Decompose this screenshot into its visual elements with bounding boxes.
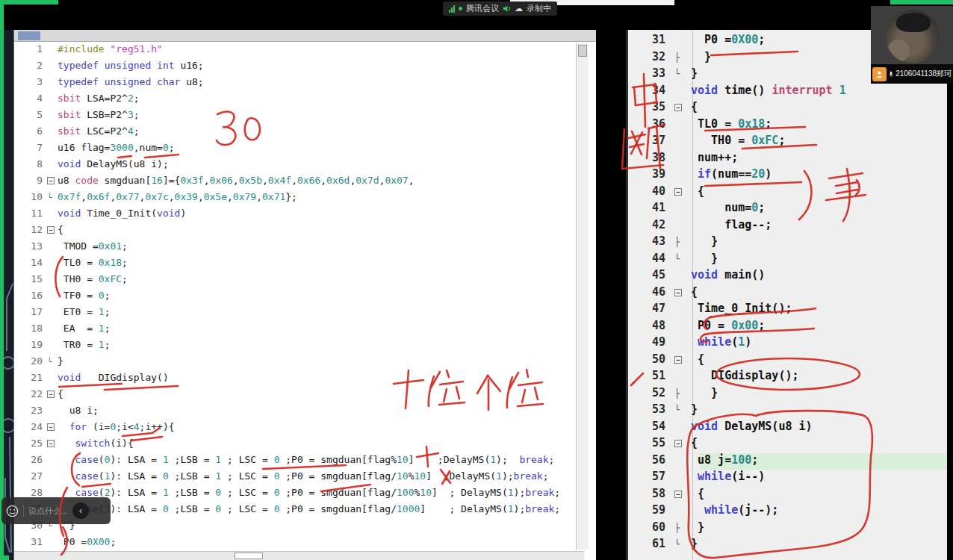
code-text: TF0 = 0;: [58, 290, 110, 301]
line-number: 58: [628, 487, 674, 500]
line-number: 45: [628, 268, 674, 281]
fold-marker[interactable]: −: [674, 287, 691, 298]
code-line: 5sbit LSB=P2^3;: [14, 109, 574, 125]
code-line: 9−u8 code smgduan[16]={0x3f,0x06,0x5b,0x…: [14, 175, 574, 191]
line-number: 24: [14, 421, 47, 432]
line-number: 34: [628, 84, 674, 97]
line-number: 13: [14, 240, 47, 252]
line-number: 55: [628, 436, 674, 449]
connection-dot-icon: [459, 7, 462, 10]
fold-marker[interactable]: −: [674, 438, 691, 449]
code-text: }: [691, 402, 698, 416]
code-editor-left-pane[interactable]: 1#include "reg51.h"2typedef unsigned int…: [13, 30, 596, 560]
code-line: 43├ }: [628, 234, 947, 252]
code-text: }: [58, 355, 63, 367]
line-number: 61: [628, 537, 674, 550]
code-line: 3typedef unsigned char u8;: [14, 76, 574, 93]
vertical-scrollbar[interactable]: [576, 43, 589, 550]
line-number: 22: [14, 388, 47, 399]
collapse-chevron-icon[interactable]: ‹: [72, 503, 89, 519]
chat-input-placeholder[interactable]: 说点什么...: [28, 505, 68, 517]
code-text: case(1): LSA = 0 ;LSB = 1 ; LSC = 0 ;P0 …: [58, 470, 549, 482]
code-line: 24− for (i=0;i<4;i++){: [14, 421, 574, 438]
code-line: 46−{: [628, 285, 947, 302]
fold-marker[interactable]: −: [674, 187, 691, 197]
line-number: 56: [628, 453, 674, 467]
code-line: 41 num=0;: [628, 201, 947, 218]
vertical-scrollbar-thumb[interactable]: [578, 45, 587, 57]
code-area-left[interactable]: 1#include "reg51.h"2typedef unsigned int…: [14, 43, 574, 551]
code-text: P0 =0X00;: [58, 536, 116, 547]
code-line: 61└}: [628, 537, 947, 554]
line-number: 12: [14, 224, 47, 235]
code-line: 34void time() interrupt 1: [628, 84, 947, 101]
code-line: 36 TL0 = 0x18;: [628, 117, 947, 134]
code-line: 60├ }: [628, 520, 947, 538]
fold-marker[interactable]: −: [674, 489, 691, 500]
line-number: 23: [14, 405, 47, 416]
webcam-tile[interactable]: 2106041138郑珂: [871, 6, 953, 84]
code-area-right[interactable]: 31 P0 =0X00;32├ }33└}34void time() inter…: [628, 33, 947, 559]
meeting-status-pill[interactable]: 腾讯会议 ☁ 录制中: [443, 1, 557, 16]
fold-marker[interactable]: −: [47, 225, 58, 235]
horizontal-scrollbar-thumb[interactable]: [235, 553, 263, 559]
line-number: 48: [628, 319, 674, 332]
window-titlebar[interactable]: [14, 30, 596, 42]
line-number: 39: [628, 167, 674, 181]
fold-marker: └: [47, 357, 58, 367]
fold-marker[interactable]: −: [674, 355, 691, 365]
code-line: 10└0x7f,0x6f,0x77,0x7c,0x39,0x5e,0x79,0x…: [14, 191, 574, 208]
horizontal-scrollbar[interactable]: [14, 551, 584, 560]
line-number: 31: [14, 536, 47, 547]
code-line: 8void DelayMS(u8 i);: [14, 158, 574, 175]
line-number: 35: [628, 100, 674, 113]
fold-marker[interactable]: −: [47, 176, 58, 186]
line-number: 10: [14, 191, 47, 202]
line-number: 33: [628, 66, 674, 80]
code-text: TMOD =0x01;: [58, 240, 128, 252]
code-line: 48 P0 = 0x00;: [628, 319, 947, 336]
code-text: }: [691, 386, 718, 399]
line-number: 51: [628, 369, 674, 382]
line-number: 25: [14, 438, 47, 449]
line-number: 53: [628, 402, 674, 416]
code-line: 12−{: [14, 224, 574, 240]
code-editor-right-pane[interactable]: 31 P0 =0X00;32├ }33└}34void time() inter…: [626, 30, 947, 560]
window-tab[interactable]: [18, 31, 40, 40]
line-number: 5: [14, 109, 47, 120]
code-text: void DIGdisplay(): [58, 372, 169, 383]
code-text: case(2): LSA = 1 ;LSB = 0 ; LSC = 0 ;P0 …: [58, 487, 560, 498]
divider: [23, 504, 24, 517]
code-line: 38 num++;: [628, 151, 947, 168]
line-number: 43: [628, 234, 674, 248]
code-text: u8 code smgduan[16]={0x3f,0x06,0x5b,0x4f…: [58, 175, 415, 186]
desktop-wallpaper-strip: [4, 30, 14, 560]
code-text: TL0 = 0x18;: [691, 117, 772, 131]
code-text: TL0 = 0x18;: [58, 257, 128, 268]
share-border-bottom-left: [0, 556, 9, 560]
code-text: typedef unsigned char u8;: [58, 76, 204, 87]
code-text: Time_0_Init();: [691, 302, 792, 315]
line-number: 14: [14, 257, 47, 268]
emoji-icon[interactable]: [6, 505, 19, 517]
code-line: 20└}: [14, 355, 574, 372]
code-text: u8 i;: [58, 405, 99, 416]
fold-marker[interactable]: −: [47, 439, 58, 449]
line-number: 42: [628, 218, 674, 231]
code-text: TH0 = 0xFC;: [58, 273, 128, 284]
meeting-app-label: 腾讯会议: [466, 3, 499, 14]
code-text: ET0 = 1;: [58, 306, 110, 317]
chat-quick-bar[interactable]: 说点什么... ‹: [1, 497, 111, 524]
recording-label: 录制中: [527, 3, 551, 14]
code-text: EA = 1;: [58, 323, 110, 334]
fold-marker[interactable]: −: [674, 102, 691, 113]
fold-marker[interactable]: −: [47, 423, 58, 432]
fold-marker[interactable]: −: [47, 390, 58, 399]
code-text: u16 flag=3000,num=0;: [58, 142, 175, 153]
line-number: 27: [14, 470, 47, 482]
code-line: 58− {: [628, 487, 947, 504]
line-number: 44: [628, 252, 674, 265]
participant-avatar: [886, 10, 940, 63]
share-border-left: [0, 0, 4, 560]
line-number: 11: [14, 208, 47, 219]
